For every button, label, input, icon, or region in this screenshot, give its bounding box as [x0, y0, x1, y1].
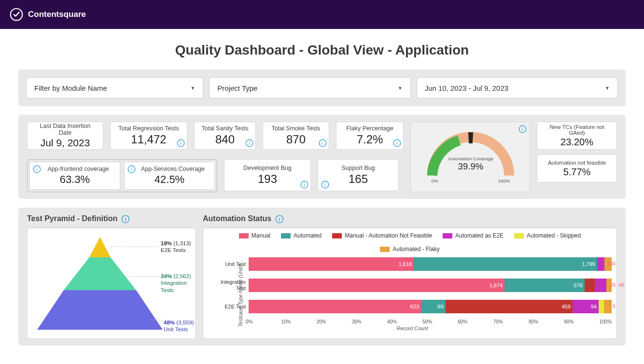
card-value: 165 [324, 172, 392, 186]
card-value: 11,472 [116, 133, 181, 146]
card-sanity: Total Sanity Tests 840 i [194, 122, 256, 150]
info-icon[interactable]: i [245, 139, 253, 147]
card-label: Automation not feasible [543, 160, 611, 166]
bar-segment[interactable]: 89 [421, 300, 445, 313]
bar-category-label: E2E Test [216, 304, 249, 310]
card-services-coverage: i App-Services Coverage 42.5% [124, 162, 215, 190]
info-icon[interactable]: i [275, 215, 283, 223]
bar-segment[interactable] [604, 300, 612, 313]
legend-item[interactable]: Automated as E2E [443, 232, 504, 239]
card-frontend-coverage: i App-frontend coverage 63.3% [29, 162, 120, 190]
bar-row: Integration Test1,8745782645 [216, 277, 612, 294]
legend-swatch [332, 233, 342, 238]
gauge-chart: Automation Coverage 39.9% 0% 100% [414, 125, 528, 185]
bar-segment[interactable]: 578 [504, 279, 584, 292]
filter-project-type[interactable]: Project Type ▼ [209, 77, 410, 98]
svg-text:i: i [322, 140, 323, 146]
legend-swatch [380, 247, 390, 252]
legend-label: Automated - Skipped [527, 232, 581, 239]
card-value: 7.2% [342, 133, 397, 146]
filter-project-label: Project Type [217, 84, 257, 92]
bar-category-label: Integration Test [216, 279, 249, 291]
x-tick: 70% [493, 319, 529, 324]
legend-item[interactable]: Automated - Flaky [380, 246, 439, 252]
bar-segment[interactable]: 1,618 [249, 257, 414, 271]
charts-panel: Test Pyramid - Definition i 18% (1,313)E… [18, 208, 626, 346]
svg-text:Automation Coverage: Automation Coverage [448, 156, 493, 161]
bar-track: 1,8745782645 [249, 279, 612, 292]
legend-label: Automated as E2E [455, 232, 504, 239]
info-icon[interactable]: i [127, 165, 136, 173]
svg-text:i: i [324, 182, 326, 187]
legend-swatch [239, 233, 249, 238]
filter-module[interactable]: Filter by Module Name ▼ [26, 77, 203, 98]
legend-item[interactable]: Automated - Skipped [514, 232, 581, 239]
card-value: 23.20% [543, 137, 611, 148]
metrics-panel: Last Data Insertion Date Jul 9, 2023 Tot… [18, 115, 626, 199]
card-value: 5.77% [543, 167, 611, 178]
legend-item[interactable]: Manual - Automation Not Feasible [332, 232, 432, 239]
card-value: 870 [269, 133, 323, 146]
x-tick: 20% [317, 319, 352, 324]
info-icon[interactable]: i [393, 139, 401, 147]
legend-swatch [514, 233, 524, 238]
filter-date-range[interactable]: Jun 10, 2023 - Jul 9, 2023 ▼ [417, 77, 618, 98]
filter-date-label: Jun 10, 2023 - Jul 9, 2023 [425, 84, 508, 92]
bar-segment[interactable]: 1,874 [249, 279, 504, 292]
svg-text:i: i [396, 140, 398, 146]
legend-item[interactable]: Manual [239, 232, 270, 239]
bar-overflow-label: 5 [613, 304, 616, 309]
x-tick: 100% [600, 319, 612, 324]
brand-logo: Contentsquare [10, 8, 86, 21]
bar-segment[interactable]: 623 [249, 300, 421, 313]
bar-segment[interactable]: 94 [573, 300, 599, 313]
card-value: 840 [200, 133, 250, 146]
right-metrics-column: New TCs (Feature not GAed) 23.20% Automa… [537, 122, 617, 192]
legend-swatch [281, 233, 291, 238]
bar-segment[interactable]: 459 [446, 300, 573, 313]
card-value: Jul 9, 2023 [33, 137, 97, 149]
card-value: 63.3% [36, 173, 114, 186]
info-icon[interactable]: i [518, 125, 527, 133]
info-icon[interactable]: i [321, 181, 329, 189]
gauge-automation-coverage: i Automation Coverage 39.9% 0% 100% [410, 122, 530, 192]
card-smoke: Total Smoke Tests 870 i [263, 122, 329, 150]
bar-segment[interactable]: 1,799 [414, 257, 597, 271]
x-tick: 60% [458, 319, 493, 324]
coverage-group: i App-frontend coverage 63.3% i App-Serv… [27, 159, 217, 192]
legend-item[interactable]: Automated [281, 232, 322, 239]
info-icon[interactable]: i [319, 139, 327, 147]
svg-text:i: i [279, 216, 280, 222]
automation-title: Automation Status [203, 214, 271, 223]
svg-text:i: i [522, 126, 523, 132]
app-header: Contentsquare [0, 0, 644, 29]
chart-legend: ManualAutomatedManual - Automation Not F… [208, 231, 612, 255]
bar-segment[interactable] [599, 300, 604, 313]
filters-row: Filter by Module Name ▼ Project Type ▼ J… [18, 70, 626, 106]
legend-label: Automated [294, 232, 322, 239]
pyramid-label-e2e: 18% (1,313)E2E Tests [161, 240, 191, 254]
x-tick: 80% [529, 319, 564, 324]
card-support-bug: Support Bug 165 i [318, 159, 399, 191]
card-label: App-frontend coverage [36, 166, 114, 172]
info-icon[interactable]: i [177, 139, 185, 147]
card-label: Development Bug [230, 165, 305, 171]
info-icon[interactable]: i [121, 215, 129, 223]
bar-segment[interactable] [595, 279, 606, 292]
card-label: Total Regression Tests [116, 125, 181, 132]
bar-segment[interactable] [597, 257, 604, 271]
caret-down-icon: ▼ [398, 85, 403, 91]
legend-label: Manual - Automation Not Feasible [345, 232, 432, 239]
bar-segment[interactable] [585, 279, 595, 292]
card-new-tcs: New TCs (Feature not GAed) 23.20% [537, 122, 617, 150]
x-axis-label: Record Count [213, 325, 612, 331]
card-not-feasible: Automation not feasible 5.77% [537, 154, 617, 182]
info-icon[interactable]: i [33, 165, 41, 173]
pyramid-chart: 18% (1,313)E2E Tests 34% (2,562)Integrat… [27, 228, 196, 339]
card-regression: Total Regression Tests 11,472 i [110, 122, 187, 150]
legend-label: Manual [252, 232, 270, 239]
bar-row: Unit Test1,6181,799130 [216, 255, 612, 273]
info-icon[interactable]: i [300, 181, 308, 189]
card-label: Total Sanity Tests [200, 125, 250, 132]
x-tick: 0% [246, 319, 281, 324]
